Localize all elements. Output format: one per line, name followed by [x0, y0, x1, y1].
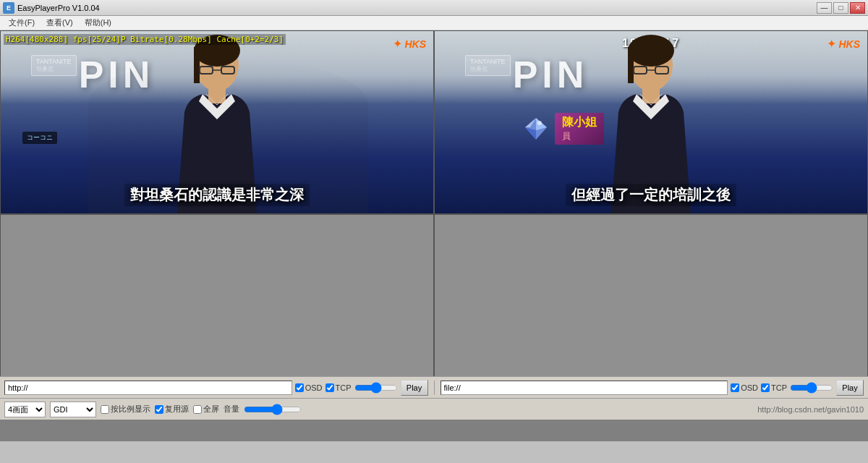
maximize-button[interactable]: □ [833, 2, 848, 14]
svg-point-18 [537, 121, 542, 125]
fullscreen-label: 全屏 [203, 404, 219, 415]
hks-star-1: ✦ [393, 37, 402, 51]
video-panel-1[interactable]: PIN TANTANITE 坦桑尼 コーコニ [0, 30, 434, 214]
minimize-button[interactable]: — [817, 2, 832, 14]
play-button-2[interactable]: Play [836, 380, 864, 396]
tantanite-logo-1: TANTANITE 坦桑尼 [31, 55, 77, 76]
menubar: 文件(F) 查看(V) 帮助(H) [0, 16, 868, 30]
close-button[interactable]: ✕ [850, 2, 865, 14]
osd-checkbox-label-1: OSD [295, 383, 323, 392]
controls-row2: 1画面 4画面 9画面 16画面 GDI D3D OpenGL 按比例显示 复用… [0, 398, 868, 420]
name-badge: 陳小姐 員 [522, 113, 604, 145]
window-controls: — □ ✕ [817, 2, 865, 14]
subtitle-2: 但經過了一定的培訓之後 [566, 184, 736, 206]
fullscreen-checkbox-label: 全屏 [193, 404, 219, 415]
name-text-block: 陳小姐 員 [555, 113, 604, 145]
controls-row1: OSD TCP Play OSD TCP Play [0, 376, 868, 398]
reuse-label: 复用源 [165, 404, 189, 415]
ratio-checkbox[interactable] [101, 405, 109, 414]
menu-view[interactable]: 查看(V) [41, 16, 79, 30]
volume-slider-1[interactable] [354, 382, 398, 394]
diamond-icon [522, 114, 550, 143]
person-role: 員 [562, 130, 597, 143]
controls-left: OSD TCP Play [4, 380, 428, 396]
svg-rect-13 [642, 89, 660, 103]
svg-rect-2 [194, 47, 200, 83]
volume-slider-2[interactable] [790, 382, 833, 394]
layout-select[interactable]: 1画面 4画面 9画面 16画面 [4, 402, 46, 417]
video-grid: PIN TANTANITE 坦桑尼 コーコニ [0, 30, 868, 398]
blog-url: http://blog.csdn.net/gavin1010 [757, 405, 864, 414]
tantanite-logo-2: TANTANITE 坦桑尼 [465, 55, 511, 76]
osd-checkbox-label-2: OSD [731, 383, 758, 392]
tcp-label-2: TCP [771, 383, 787, 392]
hks-text-2: HKS [838, 38, 860, 50]
status-overlay-1: H264[480x288] fps[25/24]P Bitrate[0.28Mb… [4, 34, 286, 45]
subtitle-1: 對坦桑石的認識是非常之深 [124, 184, 310, 206]
video-panel-3[interactable] [0, 214, 434, 398]
play-button-1[interactable]: Play [401, 380, 428, 396]
osd-label-2: OSD [741, 383, 758, 392]
video-panel-2[interactable]: PIN TANTANITE 坦桑尼 19:35:17 ✦ HKS [434, 30, 868, 214]
hks-logo-2: ✦ HKS [827, 37, 860, 51]
menu-help[interactable]: 帮助(H) [79, 16, 117, 30]
main-volume-slider[interactable] [244, 404, 302, 415]
tcp-checkbox-2[interactable] [761, 383, 770, 392]
fullscreen-checkbox[interactable] [193, 405, 202, 414]
menu-file[interactable]: 文件(F) [3, 16, 41, 30]
hks-logo-1: ✦ HKS [393, 37, 426, 51]
reuse-checkbox[interactable] [155, 405, 163, 414]
video-panel-4[interactable] [434, 214, 868, 398]
pin-sign-2: PIN [513, 53, 589, 96]
controls-right: OSD TCP Play [441, 380, 864, 396]
titlebar: E EasyPlayerPro V1.0.04 — □ ✕ [0, 0, 868, 16]
controls-divider [434, 381, 435, 395]
url-input-2[interactable] [441, 381, 728, 395]
url-input-1[interactable] [4, 381, 292, 395]
hks-star-2: ✦ [827, 37, 836, 51]
svg-rect-9 [628, 47, 634, 83]
person-name: 陳小姐 [562, 115, 597, 130]
osd-checkbox-1[interactable] [295, 383, 304, 392]
osd-label-1: OSD [305, 383, 323, 392]
hks-text-1: HKS [404, 38, 426, 50]
reuse-checkbox-label: 复用源 [155, 404, 189, 415]
tcp-checkbox-1[interactable] [326, 383, 334, 392]
tcp-checkbox-label-1: TCP [326, 383, 352, 392]
svg-rect-6 [208, 89, 226, 103]
tcp-label-1: TCP [336, 383, 352, 392]
ratio-label: 按比例显示 [111, 404, 150, 415]
render-select[interactable]: GDI D3D OpenGL [50, 402, 96, 417]
window-title: EasyPlayerPro V1.0.04 [17, 4, 817, 12]
volume-label: 音量 [224, 404, 239, 415]
osd-checkbox-2[interactable] [731, 383, 739, 392]
tcp-checkbox-label-2: TCP [761, 383, 787, 392]
svg-point-8 [628, 35, 674, 67]
ratio-checkbox-label: 按比例显示 [101, 404, 150, 415]
main-area: PIN TANTANITE 坦桑尼 コーコニ [0, 30, 868, 441]
app-icon: E [3, 2, 14, 14]
